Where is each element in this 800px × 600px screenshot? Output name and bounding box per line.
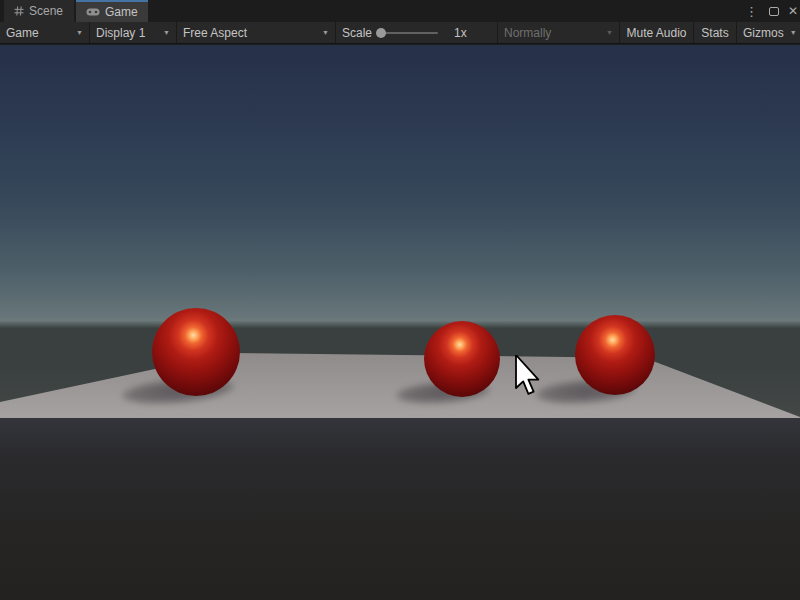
stats-label: Stats — [701, 26, 728, 40]
chevron-down-icon: ▼ — [163, 29, 170, 36]
kebab-menu-icon[interactable]: ⋮ — [743, 5, 760, 18]
scale-control: Scale 1x — [336, 22, 498, 43]
display-mode-dropdown[interactable]: Game ▼ — [0, 22, 90, 43]
chevron-down-icon: ▼ — [606, 29, 613, 36]
game-render-viewport[interactable] — [0, 45, 800, 418]
chevron-down-icon: ▼ — [790, 29, 797, 36]
chevron-down-icon: ▼ — [76, 29, 83, 36]
mute-audio-label: Mute Audio — [626, 26, 686, 40]
red-sphere — [424, 321, 500, 397]
aspect-ratio-dropdown[interactable]: Free Aspect ▼ — [177, 22, 336, 43]
scale-slider-knob[interactable] — [376, 28, 386, 38]
gizmos-dropdown[interactable]: Gizmos ▼ — [737, 22, 800, 43]
close-icon[interactable]: ✕ — [788, 5, 798, 17]
tab-game[interactable]: Game — [76, 0, 148, 22]
mute-audio-button[interactable]: Mute Audio — [620, 22, 694, 43]
red-sphere — [575, 315, 655, 395]
ground-plane — [0, 45, 800, 418]
stats-button[interactable]: Stats — [694, 22, 737, 43]
scale-label: Scale — [342, 26, 372, 40]
chevron-down-icon: ▼ — [322, 29, 329, 36]
unity-game-view-window: Scene Game ⋮ ✕ Game ▼ Display 1 ▼ — [0, 0, 800, 600]
tab-game-label: Game — [105, 5, 138, 19]
aspect-ratio-label: Free Aspect — [183, 26, 247, 40]
game-view-toolbar: Game ▼ Display 1 ▼ Free Aspect ▼ Scale 1… — [0, 22, 800, 44]
gamepad-icon — [86, 7, 100, 17]
viewport-empty-area — [0, 418, 800, 600]
mouse-cursor-icon — [514, 355, 542, 399]
display-mode-label: Game — [6, 26, 39, 40]
display-target-dropdown[interactable]: Display 1 ▼ — [90, 22, 177, 43]
tab-scene-label: Scene — [29, 4, 63, 18]
red-sphere — [152, 308, 240, 396]
maximize-icon[interactable] — [769, 7, 779, 16]
play-focus-dropdown[interactable]: Normally ▼ — [498, 22, 620, 43]
gizmos-label: Gizmos — [743, 26, 784, 40]
scale-slider[interactable] — [378, 32, 438, 34]
play-focus-label: Normally — [504, 26, 551, 40]
window-controls: ⋮ ✕ — [743, 0, 798, 22]
tab-bar: Scene Game ⋮ ✕ — [0, 0, 800, 22]
scale-value: 1x — [454, 26, 467, 40]
grid-icon — [14, 6, 24, 16]
tab-scene[interactable]: Scene — [4, 0, 74, 22]
display-target-label: Display 1 — [96, 26, 145, 40]
